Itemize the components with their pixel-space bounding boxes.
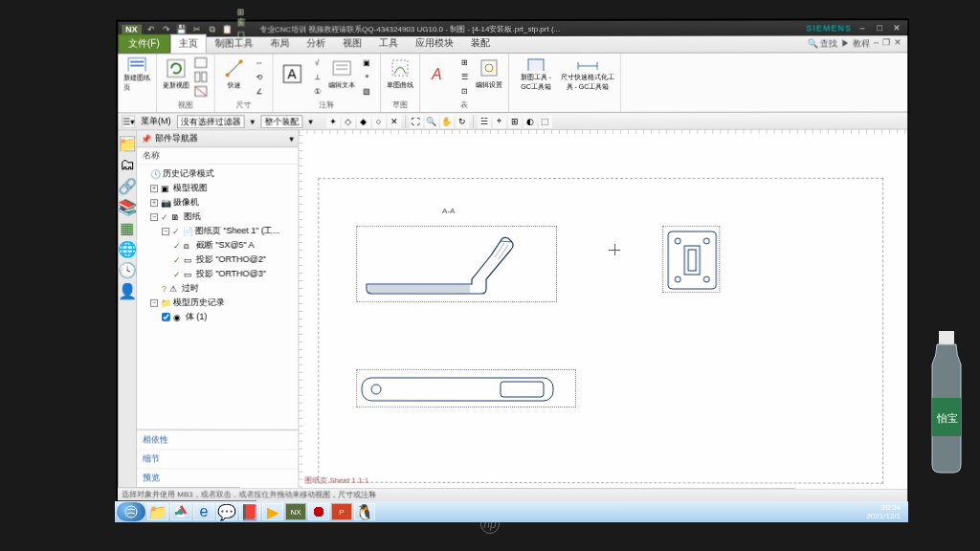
constraint-navigator-tab[interactable]: 🔗 [120,178,135,193]
detail-panel[interactable]: 细节 [137,449,298,468]
ie-task-icon[interactable]: e [193,503,214,520]
pin-icon[interactable]: 📌 [141,134,151,143]
projected-view-icon[interactable] [193,70,209,83]
hd3d-tab[interactable]: ▦ [120,220,135,235]
feature-checkbox[interactable] [162,313,170,321]
new-sheet-button[interactable]: 新建图纸页 [123,56,150,93]
minimize-icon[interactable]: – [856,23,869,33]
tutorial-link[interactable]: ▶ 教程 [841,37,870,50]
rapid-dimension-button[interactable]: 快速 [221,55,248,92]
wcs-icon[interactable]: ⌖ [493,115,506,128]
bottom-ortho-view[interactable] [356,369,576,408]
reuse-library-tab[interactable]: 📚 [120,199,135,214]
assembly-navigator-tab[interactable]: 🗂 [120,157,135,172]
balloon-icon[interactable]: ① [309,84,324,98]
datum-icon[interactable]: ▣ [359,55,374,69]
view-zoom-icon[interactable]: 🔍 [425,115,438,128]
collapse-icon[interactable]: − [162,228,169,235]
drawing-icon: 🗎 [171,212,181,222]
history-tab[interactable]: 🕓 [120,262,135,277]
dependency-panel[interactable]: 相依性 [137,430,298,449]
hatch-icon[interactable]: ▨ [359,84,374,98]
roles-tab[interactable]: 👤 [120,283,135,298]
tab-tools[interactable]: 工具 [370,33,407,53]
start-button[interactable] [117,502,145,521]
column-header[interactable]: 名称 [137,147,298,165]
shade-icon[interactable]: ◐ [523,114,537,127]
base-view-icon[interactable] [193,55,209,69]
nx-task-icon[interactable]: NX [285,503,306,520]
drawing-canvas[interactable]: A-A [299,130,907,489]
snap-mid-icon[interactable]: ◇ [342,115,355,128]
tree-item: ?⚠过时 [162,281,296,296]
tab-view[interactable]: 视图 [334,33,370,53]
snap-end-icon[interactable]: ◆ [357,115,370,128]
edit-text-button[interactable]: 编辑文本 [328,55,355,92]
gdt-icon[interactable]: ⌖ [359,70,374,83]
search-command[interactable]: 🔍 查找 [808,37,838,50]
selection-scope-combo[interactable]: 整个装配 [260,115,302,128]
view-rotate-icon[interactable]: ↻ [456,115,469,128]
sketch-curve-button[interactable]: 草图曲线 [387,55,413,92]
snap-point-icon[interactable]: ✦ [326,115,340,128]
main-section-view[interactable] [356,226,557,302]
doc-close-icon[interactable]: ✕ [894,37,902,50]
system-tray[interactable]: 20:34 2021/12/1 [860,503,906,520]
update-view-button[interactable]: 更新视图 [163,56,189,93]
note-button[interactable]: A [278,55,305,92]
view-pan-icon[interactable]: ✋ [440,115,454,128]
navigator-tree[interactable]: 🕓历史记录模式 +▣模型视图 +📷摄像机 −✓🗎图纸 −✓📄图纸页 "Sheet… [137,165,298,430]
powerpoint-task-icon[interactable]: P [331,503,352,520]
tree-item: 🕓历史记录模式 [150,166,296,181]
snap-center-icon[interactable]: ○ [372,115,386,128]
snap-intersect-icon[interactable]: ✕ [388,115,401,128]
layer-icon[interactable]: ☱ [478,115,491,128]
file-menu[interactable]: 文件(F) [118,34,169,54]
angular-dim-icon[interactable]: ∠ [252,84,267,98]
tab-analysis[interactable]: 分析 [298,33,334,53]
view-fit-icon[interactable]: ⛶ [410,115,423,128]
collapse-icon[interactable]: − [150,213,158,221]
maximize-icon[interactable]: □ [873,23,886,33]
recorder-task-icon[interactable]: ⏺ [308,503,329,520]
tab-home[interactable]: 主页 [170,34,207,54]
surface-finish-icon[interactable]: √ [309,55,324,69]
collapse-icon[interactable]: − [150,298,158,306]
weld-symbol-icon[interactable]: ⊥ [309,70,324,83]
close-icon[interactable]: ✕ [890,23,903,33]
tab-assembly[interactable]: 装配 [462,33,499,53]
navigator-menu-icon[interactable]: ▾ [289,134,294,143]
doc-restore-icon[interactable]: ❐ [882,37,890,50]
pdf-task-icon[interactable]: 📕 [239,503,260,520]
expand-icon[interactable]: + [150,199,158,207]
menu-dropdown[interactable]: ☰▾ [122,115,135,128]
wireframe-icon[interactable]: ⬚ [539,114,552,127]
selection-filter-combo[interactable]: 没有选择过滤器 [176,115,244,128]
potplayer-task-icon[interactable]: ▶ [262,503,283,520]
chrome-task-icon[interactable] [170,503,191,520]
hole-table-icon[interactable]: ⊡ [457,84,472,98]
gc-dimension-format-button[interactable]: 尺寸快速格式化工具 - GC工具箱 [561,55,614,92]
menu-label[interactable]: 菜单(M) [141,115,170,127]
linear-dim-icon[interactable]: ↔ [252,55,267,69]
tab-drawing-tools[interactable]: 制图工具 [207,33,262,53]
parts-list-icon[interactable]: ☰ [457,70,472,83]
section-view-icon[interactable] [193,84,209,98]
explorer-task-icon[interactable]: 📁 [147,503,168,520]
browser-tab[interactable]: 🌐 [120,241,135,256]
gc-drawing-tools-button[interactable]: 新图工具 - GC工具箱 [515,55,557,92]
wechat-task-icon[interactable]: 💬 [216,503,237,520]
doc-minimize-icon[interactable]: – [874,37,879,50]
radial-dim-icon[interactable]: ⟲ [252,70,267,83]
text-format-button[interactable]: A [426,55,453,92]
table-icon[interactable]: ⊞ [457,55,472,69]
grid-icon[interactable]: ⊞ [508,114,522,127]
side-ortho-view[interactable] [662,226,720,293]
part-navigator-tab[interactable]: 📁 [120,136,135,151]
preview-panel[interactable]: 预览 [137,468,298,487]
edit-settings-button[interactable]: 编辑设置 [476,55,502,92]
tab-app-module[interactable]: 应用模块 [407,33,462,53]
qq-task-icon[interactable]: 🐧 [354,503,375,520]
expand-icon[interactable]: + [150,185,158,192]
tab-layout[interactable]: 布局 [261,33,298,53]
